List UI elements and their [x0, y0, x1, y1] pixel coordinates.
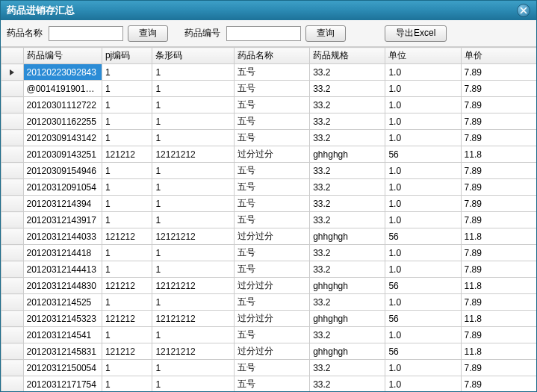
cell-spec[interactable]: 33.2	[310, 113, 385, 130]
cell-unit[interactable]: 56	[385, 343, 461, 360]
cell-pj[interactable]: 1	[102, 64, 152, 81]
row-header[interactable]	[1, 343, 24, 360]
cell-name[interactable]: 五号	[235, 81, 310, 97]
cell-spec[interactable]: ghhghgh	[310, 311, 385, 327]
table-row[interactable]: 201203121441811五号33.21.07.890	[1, 245, 537, 261]
cell-spec[interactable]: 33.2	[310, 64, 385, 81]
cell-unit[interactable]: 1.0	[385, 245, 461, 261]
cell-pj[interactable]: 1	[102, 261, 152, 278]
data-grid-scroll[interactable]: 药品编号 pj编码 条形码 药品名称 药品规格 单位 单价 总 20120223…	[1, 47, 536, 391]
cell-barcode[interactable]: 1	[152, 196, 235, 212]
cell-name[interactable]: 过分过分	[235, 146, 310, 163]
cell-barcode[interactable]: 12121212	[152, 311, 235, 327]
cell-spec[interactable]: 33.2	[310, 245, 385, 261]
cell-price[interactable]: 7.89	[461, 212, 536, 228]
cell-name[interactable]: 过分过分	[235, 278, 310, 294]
cell-id[interactable]: 20120301162255	[23, 113, 102, 130]
cell-id[interactable]: @0014191901O...	[23, 81, 102, 97]
col-header-pj[interactable]: pj编码	[102, 48, 152, 64]
cell-spec[interactable]: ghhghgh	[310, 278, 385, 294]
cell-spec[interactable]: 33.2	[310, 376, 385, 392]
cell-barcode[interactable]: 1	[152, 327, 235, 343]
cell-pj[interactable]: 1	[102, 196, 152, 212]
cell-price[interactable]: 7.89	[461, 327, 536, 343]
row-header[interactable]	[1, 146, 24, 163]
cell-price[interactable]: 7.89	[461, 113, 536, 130]
cell-id[interactable]: 2012031214525	[23, 294, 102, 311]
cell-name[interactable]: 五号	[235, 64, 310, 81]
cell-name[interactable]: 五号	[235, 212, 310, 228]
cell-barcode[interactable]: 1	[152, 81, 235, 97]
cell-id[interactable]: 2012031214418	[23, 245, 102, 261]
cell-unit[interactable]: 1.0	[385, 376, 461, 392]
cell-id[interactable]: 20120312171754	[23, 376, 102, 392]
cell-spec[interactable]: 33.2	[310, 97, 385, 113]
table-row[interactable]: 2012030914314211五号33.21.07.890	[1, 130, 537, 146]
table-row[interactable]: 2012030111272211五号33.21.07.890	[1, 97, 537, 113]
cell-spec[interactable]: 33.2	[310, 294, 385, 311]
cell-name[interactable]: 五号	[235, 130, 310, 146]
table-row[interactable]: 2012031214583112121212121212过分过分ghhghgh5…	[1, 343, 537, 360]
table-row[interactable]: 2012031217175411五号33.21.07.890	[1, 376, 537, 392]
row-header[interactable]	[1, 261, 24, 278]
cell-name[interactable]: 过分过分	[235, 228, 310, 245]
row-header[interactable]	[1, 113, 24, 130]
cell-barcode[interactable]: 1	[152, 261, 235, 278]
row-header[interactable]	[1, 64, 24, 81]
cell-barcode[interactable]: 1	[152, 97, 235, 113]
cell-name[interactable]: 五号	[235, 376, 310, 392]
table-row[interactable]: 2012031214403312121212121212过分过分ghhghgh5…	[1, 228, 537, 245]
cell-unit[interactable]: 56	[385, 278, 461, 294]
cell-unit[interactable]: 1.0	[385, 212, 461, 228]
cell-unit[interactable]: 1.0	[385, 196, 461, 212]
cell-spec[interactable]: 33.2	[310, 163, 385, 179]
table-row[interactable]: 2012031215005411五号33.21.07.890	[1, 360, 537, 376]
cell-unit[interactable]: 56	[385, 311, 461, 327]
cell-price[interactable]: 7.89	[461, 376, 536, 392]
row-header[interactable]	[1, 212, 24, 228]
table-row[interactable]: @0014191901O...11五号33.21.07.890	[1, 81, 537, 97]
cell-price[interactable]: 7.89	[461, 294, 536, 311]
cell-spec[interactable]: ghhghgh	[310, 343, 385, 360]
cell-name[interactable]: 五号	[235, 179, 310, 196]
row-header[interactable]	[1, 163, 24, 179]
cell-name[interactable]: 过分过分	[235, 311, 310, 327]
close-button[interactable]	[517, 4, 530, 17]
cell-price[interactable]: 11.8	[461, 228, 536, 245]
cell-spec[interactable]: 33.2	[310, 327, 385, 343]
export-excel-button[interactable]: 导出Excel	[385, 25, 447, 42]
cell-name[interactable]: 五号	[235, 294, 310, 311]
cell-barcode[interactable]: 1	[152, 245, 235, 261]
cell-pj[interactable]: 1	[102, 179, 152, 196]
row-header[interactable]	[1, 130, 24, 146]
cell-price[interactable]: 7.89	[461, 360, 536, 376]
table-row[interactable]: 201203121439411五号33.21.07.890	[1, 196, 537, 212]
col-header-unit[interactable]: 单位	[385, 48, 461, 64]
cell-barcode[interactable]: 1	[152, 212, 235, 228]
cell-id[interactable]: 20120309154946	[23, 163, 102, 179]
cell-name[interactable]: 五号	[235, 97, 310, 113]
table-row[interactable]: 2012031214483012121212121212过分过分ghhghgh5…	[1, 278, 537, 294]
row-header[interactable]	[1, 196, 24, 212]
cell-id[interactable]: 2012031214541	[23, 327, 102, 343]
cell-price[interactable]: 7.89	[461, 245, 536, 261]
table-row[interactable]: 2012030915494611五号33.21.07.890	[1, 163, 537, 179]
row-header[interactable]	[1, 311, 24, 327]
cell-unit[interactable]: 56	[385, 146, 461, 163]
cell-pj[interactable]: 1	[102, 376, 152, 392]
row-header[interactable]	[1, 327, 24, 343]
cell-barcode[interactable]: 1	[152, 64, 235, 81]
cell-barcode[interactable]: 12121212	[152, 228, 235, 245]
cell-spec[interactable]: ghhghgh	[310, 146, 385, 163]
cell-pj[interactable]: 1	[102, 294, 152, 311]
cell-id[interactable]: 20120223092843	[23, 64, 102, 81]
cell-name[interactable]: 五号	[235, 113, 310, 130]
cell-name[interactable]: 五号	[235, 196, 310, 212]
cell-barcode[interactable]: 12121212	[152, 146, 235, 163]
cell-unit[interactable]: 1.0	[385, 294, 461, 311]
row-header[interactable]	[1, 376, 24, 392]
row-header[interactable]	[1, 360, 24, 376]
cell-barcode[interactable]: 1	[152, 179, 235, 196]
cell-pj[interactable]: 121212	[102, 343, 152, 360]
cell-barcode[interactable]: 1	[152, 130, 235, 146]
